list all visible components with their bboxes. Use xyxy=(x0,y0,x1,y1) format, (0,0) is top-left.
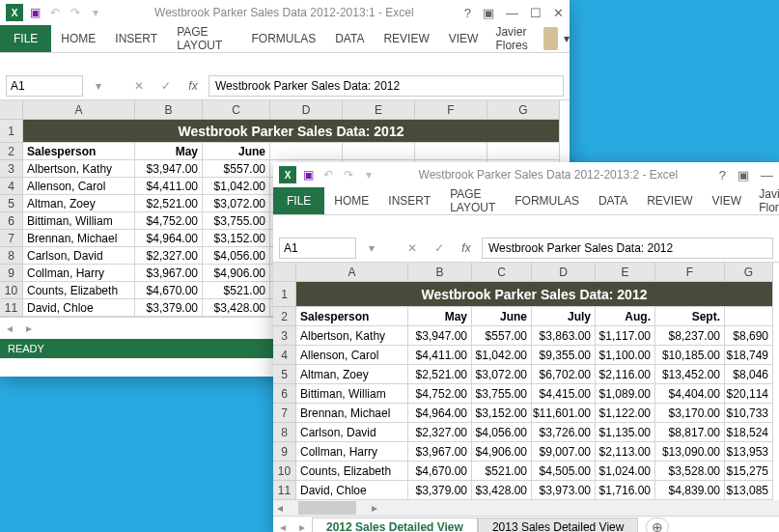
formula-input[interactable]: Westbrook Parker Sales Data: 2012 xyxy=(482,238,773,259)
data-cell[interactable]: $18,524 xyxy=(725,423,773,442)
row-header[interactable]: 7 xyxy=(273,404,296,423)
data-cell[interactable]: $3,967.00 xyxy=(135,265,203,282)
data-cell[interactable]: $1,117.00 xyxy=(596,326,655,346)
ribbon-tab-view[interactable]: VIEW xyxy=(703,187,752,214)
row-header[interactable]: 1 xyxy=(273,282,296,307)
data-cell[interactable]: $3,967.00 xyxy=(408,442,472,462)
sheet-tab-2013[interactable]: 2013 Sales Detailed View xyxy=(478,518,639,532)
col-header-A[interactable]: A xyxy=(296,263,408,282)
ribbon-tab-page-layout[interactable]: PAGE LAYOUT xyxy=(440,187,505,214)
redo-icon[interactable]: ↷ xyxy=(67,4,84,21)
enter-icon[interactable]: ✓ xyxy=(154,76,178,96)
tab-scroll-left-icon[interactable]: ◂ xyxy=(273,520,292,532)
name-box[interactable]: A1 xyxy=(279,238,356,259)
undo-icon[interactable]: ↶ xyxy=(320,166,337,183)
save-icon[interactable]: ▣ xyxy=(299,166,317,183)
data-cell[interactable]: $1,100.00 xyxy=(596,346,655,365)
data-cell[interactable]: $4,964.00 xyxy=(408,404,472,423)
data-cell[interactable]: $3,528.00 xyxy=(655,462,725,481)
col-header-F[interactable]: F xyxy=(415,100,487,120)
data-cell[interactable]: $3,428.00 xyxy=(203,299,270,317)
name-box-dropdown-icon[interactable]: ▾ xyxy=(360,238,383,258)
data-cell[interactable]: $3,863.00 xyxy=(532,326,596,346)
maximize-icon[interactable]: ☐ xyxy=(530,6,542,20)
data-cell[interactable]: David, Chloe xyxy=(296,481,408,500)
data-cell[interactable]: $8,690 xyxy=(725,326,773,346)
name-box[interactable]: A1 xyxy=(6,75,83,97)
data-cell[interactable]: $3,755.00 xyxy=(203,212,270,230)
row-header[interactable]: 6 xyxy=(273,384,296,404)
data-cell[interactable]: Carlson, David xyxy=(296,423,408,442)
header-cell[interactable] xyxy=(415,143,487,160)
header-cell[interactable]: June xyxy=(203,143,270,160)
select-all-corner[interactable] xyxy=(273,263,296,282)
row-header[interactable]: 2 xyxy=(0,143,23,160)
data-cell[interactable]: $20,114 xyxy=(725,384,773,404)
fx-icon[interactable]: fx xyxy=(181,76,205,96)
data-cell[interactable]: $4,056.00 xyxy=(203,247,270,265)
header-cell[interactable] xyxy=(487,143,560,160)
user-account[interactable]: Javier Flores▾ xyxy=(495,25,570,52)
data-cell[interactable]: Brennan, Michael xyxy=(296,404,408,423)
header-cell[interactable] xyxy=(725,307,773,326)
data-cell[interactable]: David, Chloe xyxy=(23,299,135,317)
data-cell[interactable]: Bittiman, William xyxy=(23,212,135,230)
row-header[interactable]: 11 xyxy=(0,299,23,317)
header-cell[interactable]: Salesperson xyxy=(23,143,135,160)
data-cell[interactable]: $4,964.00 xyxy=(135,230,203,247)
data-cell[interactable]: Albertson, Kathy xyxy=(23,160,135,178)
col-header-A[interactable]: A xyxy=(23,100,135,120)
col-header-D[interactable]: D xyxy=(270,100,343,120)
row-header[interactable]: 6 xyxy=(0,212,23,230)
header-cell[interactable]: July xyxy=(532,307,596,326)
data-cell[interactable]: $2,521.00 xyxy=(408,365,472,384)
data-title-cell[interactable]: Westbrook Parker Sales Data: 2012 xyxy=(23,120,560,143)
data-cell[interactable]: $10,185.00 xyxy=(655,346,725,365)
header-cell[interactable]: Sept. xyxy=(655,307,725,326)
row-header[interactable]: 2 xyxy=(273,307,296,326)
col-header-F[interactable]: F xyxy=(655,263,725,282)
col-header-B[interactable]: B xyxy=(408,263,472,282)
data-cell[interactable]: $521.00 xyxy=(203,282,270,299)
data-cell[interactable]: $15,275 xyxy=(725,462,773,481)
data-cell[interactable]: $1,122.00 xyxy=(596,404,655,423)
sheet-tab-2012[interactable]: 2012 Sales Detailed View xyxy=(312,518,478,533)
data-cell[interactable]: $1,024.00 xyxy=(596,462,655,481)
data-cell[interactable]: $4,752.00 xyxy=(408,384,472,404)
select-all-corner[interactable] xyxy=(0,100,23,120)
header-cell[interactable]: Salesperson xyxy=(296,307,408,326)
data-cell[interactable]: $4,752.00 xyxy=(135,212,203,230)
ribbon-options-icon[interactable]: ▣ xyxy=(483,6,494,20)
data-cell[interactable]: Albertson, Kathy xyxy=(296,326,408,346)
data-cell[interactable]: Allenson, Carol xyxy=(23,178,135,195)
data-cell[interactable]: Carlson, David xyxy=(23,247,135,265)
data-cell[interactable]: $4,056.00 xyxy=(472,423,532,442)
close-icon[interactable]: ✕ xyxy=(553,6,564,20)
data-cell[interactable]: $4,906.00 xyxy=(472,442,532,462)
data-cell[interactable]: $13,953 xyxy=(725,442,773,462)
spreadsheet-grid[interactable]: ABCDEFG1Westbrook Parker Sales Data: 201… xyxy=(273,263,779,500)
data-cell[interactable]: $8,817.00 xyxy=(655,423,725,442)
data-cell[interactable]: Collman, Harry xyxy=(23,265,135,282)
ribbon-options-icon[interactable]: ▣ xyxy=(737,168,749,182)
col-header-C[interactable]: C xyxy=(472,263,532,282)
data-cell[interactable]: $3,072.00 xyxy=(203,195,270,212)
data-cell[interactable]: $2,521.00 xyxy=(135,195,203,212)
data-cell[interactable]: $4,411.00 xyxy=(408,346,472,365)
ribbon-tab-insert[interactable]: INSERT xyxy=(378,187,440,214)
name-box-dropdown-icon[interactable]: ▾ xyxy=(87,76,110,96)
ribbon-tab-view[interactable]: VIEW xyxy=(439,25,488,52)
tab-scroll-left-icon[interactable]: ◂ xyxy=(0,322,19,335)
data-cell[interactable]: $2,327.00 xyxy=(135,247,203,265)
row-header[interactable]: 3 xyxy=(0,160,23,178)
row-header[interactable]: 5 xyxy=(273,365,296,384)
row-header[interactable]: 11 xyxy=(273,481,296,500)
data-cell[interactable]: $4,505.00 xyxy=(532,462,596,481)
data-cell[interactable]: $9,355.00 xyxy=(532,346,596,365)
data-cell[interactable]: $1,135.00 xyxy=(596,423,655,442)
ribbon-tab-data[interactable]: DATA xyxy=(589,187,637,214)
data-cell[interactable]: $1,089.00 xyxy=(596,384,655,404)
cancel-icon[interactable]: ✕ xyxy=(127,76,151,96)
data-cell[interactable]: $521.00 xyxy=(472,462,532,481)
horizontal-scrollbar[interactable]: ◂ ▸ xyxy=(273,500,779,516)
